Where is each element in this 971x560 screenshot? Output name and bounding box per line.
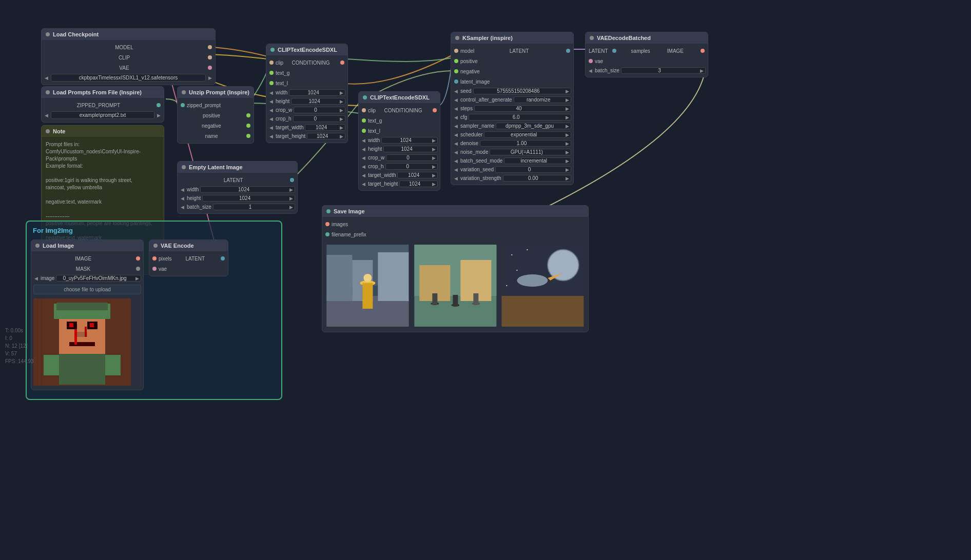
vstr-incr[interactable]: ▶: [564, 176, 571, 181]
croph-incr[interactable]: ▶: [431, 164, 437, 169]
bs-decr-btn[interactable]: ◀: [453, 158, 459, 164]
bs-incr[interactable]: ▶: [564, 158, 571, 164]
denoise-decr-btn[interactable]: ◀: [453, 141, 459, 146]
ctrl-incr[interactable]: ▶: [564, 97, 571, 103]
prev-checkpoint-btn[interactable]: ◀: [44, 75, 49, 81]
node-status-dot: [326, 209, 331, 213]
clip-output-row: CLIP: [42, 52, 215, 63]
cfg-decr-btn[interactable]: ◀: [453, 115, 459, 120]
nm-decr-btn[interactable]: ◀: [453, 150, 459, 155]
vs-incr[interactable]: ▶: [564, 167, 571, 172]
batch-decr-btn[interactable]: ◀: [588, 68, 593, 73]
image-preview-container: [31, 296, 143, 388]
height-incr[interactable]: ▶: [338, 99, 345, 104]
pixel-art-svg: [33, 298, 131, 386]
th-incr[interactable]: ▶: [431, 182, 437, 187]
generated-image-2[interactable]: [413, 245, 498, 327]
latent-label: latent_image: [460, 79, 490, 85]
node-title: CLIPTextEncodeSDXL: [278, 47, 337, 53]
seed-decr-btn[interactable]: ◀: [453, 89, 459, 94]
node-status-dot: [46, 32, 50, 36]
generated-image-3[interactable]: [500, 245, 585, 327]
sampler-decr-btn[interactable]: ◀: [453, 124, 459, 129]
prompt-file-value[interactable]: example\prompt2.txt: [51, 111, 154, 119]
th-decr-btn[interactable]: ◀: [268, 134, 274, 139]
img-next[interactable]: ▶: [134, 276, 141, 281]
ctrl-decr-btn[interactable]: ◀: [453, 97, 459, 103]
batch-stepper: 1 ▶: [213, 204, 295, 210]
batch-incr[interactable]: ▶: [288, 205, 295, 210]
seed-incr[interactable]: ▶: [564, 89, 571, 94]
height-incr[interactable]: ▶: [431, 147, 437, 152]
filename-input-row: filename_prefix: [322, 229, 588, 239]
height-label: height: [187, 195, 201, 201]
vs-decr-btn[interactable]: ◀: [453, 167, 459, 172]
node-body: zipped_prompt positive negative name: [178, 98, 254, 143]
croph-label: crop_h: [276, 116, 292, 122]
croph-decr-btn[interactable]: ◀: [361, 164, 366, 169]
generated-image-1[interactable]: [325, 245, 410, 327]
empty-latent-header: Empty Latent Image: [178, 162, 297, 173]
width-decr-btn[interactable]: ◀: [268, 90, 274, 95]
th-incr[interactable]: ▶: [338, 134, 345, 139]
zipped-input-label: zipped_prompt: [187, 103, 221, 108]
width-incr[interactable]: ▶: [338, 90, 345, 95]
croph-decr-btn[interactable]: ◀: [268, 116, 274, 122]
next-checkpoint-btn[interactable]: ▶: [207, 75, 213, 81]
target-width-field: ◀ target_width 1024 ▶: [359, 171, 440, 179]
conditioning-label: CONDITIONING: [384, 108, 422, 113]
cropw-decr-btn[interactable]: ◀: [268, 108, 274, 113]
checkpoint-filename: ckpbpaxTimelessxISDXL1_v12.safetensors: [79, 75, 178, 81]
tw-decr-btn[interactable]: ◀: [268, 125, 274, 130]
nm-incr[interactable]: ▶: [564, 150, 571, 155]
width-value: 1024: [382, 137, 430, 143]
next-prompt-btn[interactable]: ▶: [156, 113, 162, 118]
croph-incr[interactable]: ▶: [338, 116, 345, 122]
checkpoint-value[interactable]: ckpbpaxTimelessxISDXL1_v12.safetensors: [51, 74, 206, 82]
width-incr[interactable]: ▶: [431, 138, 437, 143]
text-g-port: [269, 71, 274, 75]
prev-prompt-btn[interactable]: ◀: [44, 113, 49, 118]
img-prev-btn[interactable]: ◀: [33, 276, 39, 281]
height-stepper: 1024 ▶: [383, 146, 438, 152]
tw-decr-btn[interactable]: ◀: [361, 173, 366, 178]
tw-incr[interactable]: ▶: [338, 125, 345, 130]
text-g-row: text_g: [359, 115, 440, 126]
height-decr-btn[interactable]: ◀: [268, 99, 274, 104]
denoise-incr[interactable]: ▶: [564, 141, 571, 146]
clip-text-encode-1-node: CLIPTextEncodeSDXL clip CONDITIONING tex…: [266, 44, 348, 143]
tw-incr[interactable]: ▶: [431, 173, 437, 178]
node-body: LATENT samples IMAGE vae ◀ batch_size 3 …: [586, 44, 708, 77]
text-g-label: text_g: [276, 70, 289, 76]
vstr-decr-btn[interactable]: ◀: [453, 176, 459, 181]
sampler-incr[interactable]: ▶: [564, 124, 571, 129]
latent-output-row: LATENT: [178, 175, 297, 185]
cropw-incr[interactable]: ▶: [431, 155, 437, 161]
th-decr-btn[interactable]: ◀: [361, 182, 366, 187]
height-incr[interactable]: ▶: [288, 196, 295, 201]
height-decr-btn[interactable]: ◀: [361, 147, 366, 152]
choose-file-btn[interactable]: choose file to upload: [33, 285, 141, 294]
nm-stepper: GPU(=A1111) ▶: [490, 149, 571, 155]
node-title: VAEDecodeBatched: [597, 35, 651, 41]
width-decr-btn[interactable]: ◀: [180, 187, 185, 192]
height-value: 1024: [384, 146, 430, 152]
zipped-output-row: ZIPPED_PROMPT: [42, 100, 164, 110]
tw-value: 1024: [305, 125, 337, 130]
negative-label: negative: [202, 123, 221, 129]
n-status: N: 12 [12]: [5, 342, 34, 350]
sched-decr-btn[interactable]: ◀: [453, 132, 459, 137]
steps-decr-btn[interactable]: ◀: [453, 106, 459, 111]
svg-rect-20: [502, 296, 584, 327]
batch-field: ◀ batch_size 3 ▶: [586, 66, 708, 75]
cropw-decr-btn[interactable]: ◀: [361, 155, 366, 161]
height-decr-btn[interactable]: ◀: [180, 196, 185, 201]
steps-incr[interactable]: ▶: [564, 106, 571, 111]
sched-incr[interactable]: ▶: [564, 132, 571, 137]
cropw-incr[interactable]: ▶: [338, 108, 345, 113]
cfg-incr[interactable]: ▶: [564, 115, 571, 120]
batch-incr[interactable]: ▶: [698, 68, 705, 73]
batch-decr-btn[interactable]: ◀: [180, 205, 185, 210]
width-decr-btn[interactable]: ◀: [361, 138, 366, 143]
width-incr[interactable]: ▶: [288, 187, 295, 192]
